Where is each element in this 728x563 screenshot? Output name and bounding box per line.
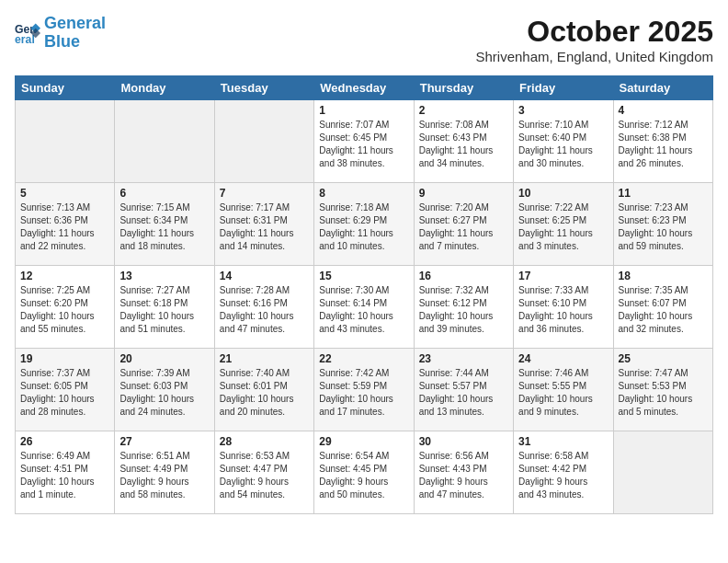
- calendar-cell: 30Sunrise: 6:56 AM Sunset: 4:43 PM Dayli…: [414, 431, 513, 514]
- calendar-cell: 31Sunrise: 6:58 AM Sunset: 4:42 PM Dayli…: [514, 431, 613, 514]
- day-number: 27: [119, 435, 209, 448]
- calendar-cell: 27Sunrise: 6:51 AM Sunset: 4:49 PM Dayli…: [115, 431, 214, 514]
- cell-text: Sunrise: 7:32 AM Sunset: 6:12 PM Dayligh…: [419, 284, 508, 336]
- calendar-cell: 17Sunrise: 7:33 AM Sunset: 6:10 PM Dayli…: [514, 266, 613, 349]
- calendar-cell: 16Sunrise: 7:32 AM Sunset: 6:12 PM Dayli…: [414, 266, 513, 349]
- day-number: 20: [119, 352, 209, 365]
- day-number: 23: [419, 352, 508, 365]
- calendar-cell: 9Sunrise: 7:20 AM Sunset: 6:27 PM Daylig…: [414, 183, 513, 266]
- day-number: 22: [319, 352, 408, 365]
- cell-text: Sunrise: 7:30 AM Sunset: 6:14 PM Dayligh…: [319, 284, 408, 336]
- cell-text: Sunrise: 7:40 AM Sunset: 6:01 PM Dayligh…: [220, 367, 309, 419]
- cell-text: Sunrise: 7:37 AM Sunset: 6:05 PM Dayligh…: [20, 367, 109, 419]
- calendar-week-row: 1Sunrise: 7:07 AM Sunset: 6:45 PM Daylig…: [16, 100, 713, 183]
- day-number: 19: [20, 352, 109, 365]
- location: Shrivenham, England, United Kingdom: [476, 49, 714, 64]
- weekday-header-saturday: Saturday: [613, 76, 712, 100]
- logo-text-line2: Blue: [44, 33, 106, 52]
- cell-text: Sunrise: 7:10 AM Sunset: 6:40 PM Dayligh…: [518, 119, 608, 170]
- calendar-cell: 19Sunrise: 7:37 AM Sunset: 6:05 PM Dayli…: [16, 349, 115, 431]
- calendar-week-row: 12Sunrise: 7:25 AM Sunset: 6:20 PM Dayli…: [16, 266, 713, 349]
- calendar-cell: 4Sunrise: 7:12 AM Sunset: 6:38 PM Daylig…: [613, 100, 712, 183]
- cell-text: Sunrise: 7:28 AM Sunset: 6:16 PM Dayligh…: [220, 284, 309, 336]
- calendar-cell: 7Sunrise: 7:17 AM Sunset: 6:31 PM Daylig…: [214, 183, 313, 266]
- day-number: 18: [619, 270, 708, 282]
- day-number: 30: [419, 435, 508, 448]
- calendar-cell: 5Sunrise: 7:13 AM Sunset: 6:36 PM Daylig…: [16, 183, 115, 266]
- calendar-cell: 6Sunrise: 7:15 AM Sunset: 6:34 PM Daylig…: [115, 183, 214, 266]
- cell-text: Sunrise: 7:39 AM Sunset: 6:03 PM Dayligh…: [119, 367, 209, 419]
- day-number: 4: [619, 104, 708, 117]
- day-number: 16: [419, 270, 508, 282]
- cell-text: Sunrise: 7:42 AM Sunset: 5:59 PM Dayligh…: [319, 367, 408, 419]
- month-title: October 2025: [476, 15, 714, 49]
- cell-text: Sunrise: 7:44 AM Sunset: 5:57 PM Dayligh…: [419, 367, 508, 419]
- cell-text: Sunrise: 6:56 AM Sunset: 4:43 PM Dayligh…: [419, 450, 508, 501]
- day-number: 21: [220, 352, 309, 365]
- day-number: 31: [518, 435, 608, 448]
- cell-text: Sunrise: 7:15 AM Sunset: 6:34 PM Dayligh…: [119, 201, 209, 253]
- day-number: 14: [220, 270, 309, 282]
- day-number: 10: [518, 187, 608, 200]
- cell-text: Sunrise: 7:25 AM Sunset: 6:20 PM Dayligh…: [20, 284, 109, 336]
- calendar-cell: 25Sunrise: 7:47 AM Sunset: 5:53 PM Dayli…: [613, 349, 712, 431]
- day-number: 24: [518, 352, 608, 365]
- cell-text: Sunrise: 7:35 AM Sunset: 6:07 PM Dayligh…: [619, 284, 708, 336]
- day-number: 3: [518, 104, 608, 117]
- cell-text: Sunrise: 7:13 AM Sunset: 6:36 PM Dayligh…: [20, 201, 109, 253]
- calendar-cell: 21Sunrise: 7:40 AM Sunset: 6:01 PM Dayli…: [214, 349, 313, 431]
- cell-text: Sunrise: 7:07 AM Sunset: 6:45 PM Dayligh…: [319, 119, 408, 170]
- cell-text: Sunrise: 7:12 AM Sunset: 6:38 PM Dayligh…: [619, 119, 708, 170]
- cell-text: Sunrise: 7:23 AM Sunset: 6:23 PM Dayligh…: [619, 201, 708, 253]
- day-number: 17: [518, 270, 608, 282]
- cell-text: Sunrise: 6:49 AM Sunset: 4:51 PM Dayligh…: [20, 450, 109, 501]
- calendar-cell: [214, 100, 313, 183]
- cell-text: Sunrise: 7:22 AM Sunset: 6:25 PM Dayligh…: [518, 201, 608, 253]
- day-number: 11: [619, 187, 708, 200]
- calendar-cell: 26Sunrise: 6:49 AM Sunset: 4:51 PM Dayli…: [16, 431, 115, 514]
- calendar-cell: 11Sunrise: 7:23 AM Sunset: 6:23 PM Dayli…: [613, 183, 712, 266]
- cell-text: Sunrise: 6:58 AM Sunset: 4:42 PM Dayligh…: [518, 450, 608, 501]
- weekday-header-wednesday: Wednesday: [314, 76, 414, 100]
- cell-text: Sunrise: 6:51 AM Sunset: 4:49 PM Dayligh…: [119, 450, 209, 501]
- day-number: 28: [220, 435, 309, 448]
- cell-text: Sunrise: 7:18 AM Sunset: 6:29 PM Dayligh…: [319, 201, 408, 253]
- day-number: 8: [319, 187, 408, 200]
- calendar-cell: 10Sunrise: 7:22 AM Sunset: 6:25 PM Dayli…: [514, 183, 613, 266]
- title-block: October 2025 Shrivenham, England, United…: [476, 15, 714, 64]
- cell-text: Sunrise: 7:08 AM Sunset: 6:43 PM Dayligh…: [419, 119, 508, 170]
- calendar-week-row: 26Sunrise: 6:49 AM Sunset: 4:51 PM Dayli…: [16, 431, 713, 514]
- calendar-cell: 24Sunrise: 7:46 AM Sunset: 5:55 PM Dayli…: [514, 349, 613, 431]
- day-number: 15: [319, 270, 408, 282]
- calendar-cell: 8Sunrise: 7:18 AM Sunset: 6:29 PM Daylig…: [314, 183, 414, 266]
- calendar-cell: 20Sunrise: 7:39 AM Sunset: 6:03 PM Dayli…: [115, 349, 214, 431]
- day-number: 2: [419, 104, 508, 117]
- day-number: 29: [319, 435, 408, 448]
- weekday-header-tuesday: Tuesday: [214, 76, 313, 100]
- logo-text-line1: General: [44, 15, 106, 33]
- calendar-week-row: 5Sunrise: 7:13 AM Sunset: 6:36 PM Daylig…: [16, 183, 713, 266]
- cell-text: Sunrise: 7:17 AM Sunset: 6:31 PM Dayligh…: [220, 201, 309, 253]
- day-number: 25: [619, 352, 708, 365]
- calendar-week-row: 19Sunrise: 7:37 AM Sunset: 6:05 PM Dayli…: [16, 349, 713, 431]
- weekday-header-monday: Monday: [115, 76, 214, 100]
- calendar-cell: 2Sunrise: 7:08 AM Sunset: 6:43 PM Daylig…: [414, 100, 513, 183]
- calendar-cell: 1Sunrise: 7:07 AM Sunset: 6:45 PM Daylig…: [314, 100, 414, 183]
- calendar-cell: 23Sunrise: 7:44 AM Sunset: 5:57 PM Dayli…: [414, 349, 513, 431]
- day-number: 1: [319, 104, 408, 117]
- calendar-cell: 22Sunrise: 7:42 AM Sunset: 5:59 PM Dayli…: [314, 349, 414, 431]
- logo: Gen eral General Blue: [15, 15, 106, 52]
- calendar-cell: 28Sunrise: 6:53 AM Sunset: 4:47 PM Dayli…: [214, 431, 313, 514]
- cell-text: Sunrise: 7:46 AM Sunset: 5:55 PM Dayligh…: [518, 367, 608, 419]
- calendar-cell: 29Sunrise: 6:54 AM Sunset: 4:45 PM Dayli…: [314, 431, 414, 514]
- day-number: 13: [119, 270, 209, 282]
- day-number: 7: [220, 187, 309, 200]
- weekday-header-sunday: Sunday: [16, 76, 115, 100]
- day-number: 9: [419, 187, 508, 200]
- weekday-header-row: SundayMondayTuesdayWednesdayThursdayFrid…: [16, 76, 713, 100]
- svg-text:eral: eral: [15, 32, 35, 45]
- cell-text: Sunrise: 6:53 AM Sunset: 4:47 PM Dayligh…: [220, 450, 309, 501]
- cell-text: Sunrise: 6:54 AM Sunset: 4:45 PM Dayligh…: [319, 450, 408, 501]
- calendar-cell: [16, 100, 115, 183]
- page-header: Gen eral General Blue October 2025 Shriv…: [15, 15, 713, 64]
